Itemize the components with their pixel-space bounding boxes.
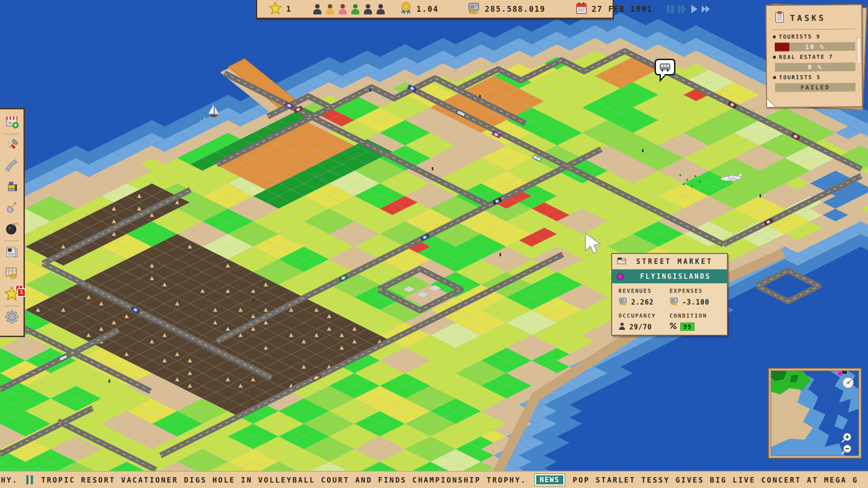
sidebar-divider xyxy=(5,240,19,241)
citizen-head xyxy=(340,4,345,9)
task-item[interactable]: REAL ESTATE 7 0 % xyxy=(773,53,855,71)
tasks-panel[interactable]: TASKS TOURISTS 9 18 % REAL ESTATE 7 0 % … xyxy=(765,4,863,108)
status-bar: 1 1.04 xyxy=(256,0,614,19)
newspaper-icon xyxy=(5,245,19,260)
citizen-dark-1[interactable] xyxy=(312,3,322,15)
ticker-separator-icon xyxy=(26,475,33,484)
ticker-fragment: HY. xyxy=(1,476,18,484)
task-progress-bar: 0 % xyxy=(775,62,855,71)
citizen-dark-2[interactable] xyxy=(363,3,373,15)
tasks-divider xyxy=(773,28,855,30)
percent-icon xyxy=(670,322,677,331)
sidebar-item-terrain-shovel[interactable] xyxy=(0,198,24,219)
citizen-body xyxy=(364,9,372,14)
money-icon xyxy=(670,297,679,307)
building-type-icon xyxy=(617,257,627,267)
bomb-icon xyxy=(5,221,19,237)
citizen-woman-yellow[interactable] xyxy=(325,3,335,15)
stat-expenses: EXPENSES -3.100 xyxy=(670,288,721,307)
stat-label: EXPENSES xyxy=(670,288,721,294)
task-bullet xyxy=(773,36,776,38)
road-icon xyxy=(5,159,19,174)
citizen-head xyxy=(353,4,358,9)
sidebar-item-disasters-bomb[interactable] xyxy=(0,219,24,239)
stat-label: OCCUPANCY xyxy=(618,313,670,319)
citizen-woman-pink[interactable] xyxy=(338,3,348,15)
tasks-scrollbar[interactable] xyxy=(857,38,861,64)
pause-button[interactable] xyxy=(666,4,675,14)
bus-icon xyxy=(659,63,671,72)
stat-condition: CONDITION 99 xyxy=(670,313,721,332)
sidebar-item-news[interactable] xyxy=(0,242,24,263)
level-value: 1 xyxy=(286,5,292,14)
stat-revenues: REVENUES 2.262 xyxy=(618,288,670,307)
citizen-green[interactable] xyxy=(350,3,360,15)
task-progress-bar: FAILED xyxy=(775,83,855,92)
sidebar-item-settings-gear[interactable] xyxy=(0,307,24,328)
news-ticker: HY. TROPIC RESORT VACATIONER DIGS HOLE I… xyxy=(0,471,868,488)
news-badge: NEWS xyxy=(535,474,565,486)
stat-label: REVENUES xyxy=(618,288,670,294)
person-icon xyxy=(618,322,626,332)
money-icon xyxy=(467,2,480,16)
sidebar-item-bulldozer[interactable] xyxy=(0,177,24,198)
playback-controls xyxy=(666,4,710,14)
task-label: TOURISTS 5 xyxy=(779,74,821,81)
citizen-body xyxy=(351,9,359,14)
stat-value: 2.262 xyxy=(631,298,654,306)
tasks-page-curl xyxy=(766,98,776,108)
ticker-next-headline: POP STARLET TESSY GIVES BIG LIVE CONCERT… xyxy=(573,476,859,484)
money-value: 285.588.019 xyxy=(485,5,546,14)
sidebar-item-roads[interactable] xyxy=(0,156,24,177)
building-info-panel[interactable]: STREET MARKET FLYINGISLANDS REVENUES 2.2… xyxy=(611,253,728,336)
task-progress-text: FAILED xyxy=(775,83,855,92)
play-button[interactable] xyxy=(689,4,698,14)
task-item[interactable]: TOURISTS 9 18 % xyxy=(773,33,855,51)
citizen-body xyxy=(313,9,321,14)
building-owner-name: FLYINGISLANDS xyxy=(628,272,722,281)
citizens-row[interactable] xyxy=(312,3,386,15)
sidebar-item-budget[interactable] xyxy=(0,263,24,284)
tools-icon xyxy=(5,138,19,154)
farm-notification-badge[interactable]: 1 xyxy=(17,288,26,297)
owner-color-dot xyxy=(617,273,624,280)
sidebar-item-build-market[interactable] xyxy=(0,112,24,133)
gear-icon xyxy=(5,310,19,325)
bulldozer-icon xyxy=(5,180,19,195)
minimap[interactable] xyxy=(768,368,862,459)
rating-value: 1.04 xyxy=(416,5,439,14)
fast-forward-button[interactable] xyxy=(701,4,710,14)
date-value: 27 FEB 1991 xyxy=(592,5,653,14)
tasks-clipboard-icon xyxy=(774,11,784,24)
level-star-icon xyxy=(269,2,282,16)
step-button[interactable] xyxy=(678,4,687,14)
sidebar-divider xyxy=(5,305,19,306)
task-bullet xyxy=(773,56,776,59)
budget-icon xyxy=(5,266,19,281)
citizen-head xyxy=(366,4,370,9)
stat-label: CONDITION xyxy=(670,313,721,319)
stat-value: 29/70 xyxy=(629,323,652,331)
sidebar-divider xyxy=(5,134,19,135)
market-icon xyxy=(5,115,19,130)
task-label: TOURISTS 9 xyxy=(779,33,821,40)
citizen-body xyxy=(377,9,385,14)
citizen-head xyxy=(328,4,332,9)
task-label: REAL ESTATE 7 xyxy=(779,54,833,61)
sidebar-item-tools[interactable] xyxy=(0,136,24,156)
bus-stop-notification-bubble[interactable] xyxy=(655,59,675,75)
condition-value-badge: 99 xyxy=(680,323,694,331)
citizen-dark-3[interactable] xyxy=(376,3,386,15)
citizen-body xyxy=(326,9,334,14)
task-item[interactable]: TOURISTS 5 FAILED xyxy=(773,74,855,92)
tasks-title: TASKS xyxy=(790,13,826,23)
calendar-icon xyxy=(576,2,587,16)
bubble-tail xyxy=(661,74,665,79)
city-map[interactable] xyxy=(0,0,868,488)
tasks-panel-wrap: TASKS TOURISTS 9 18 % REAL ESTATE 7 0 % … xyxy=(766,4,868,111)
money-icon xyxy=(618,297,627,307)
stat-value: -3.100 xyxy=(682,298,709,306)
task-progress-bar: 18 % xyxy=(775,42,855,51)
ticker-headline: TROPIC RESORT VACATIONER DIGS HOLE IN VO… xyxy=(41,476,527,484)
citizen-head xyxy=(378,4,383,9)
